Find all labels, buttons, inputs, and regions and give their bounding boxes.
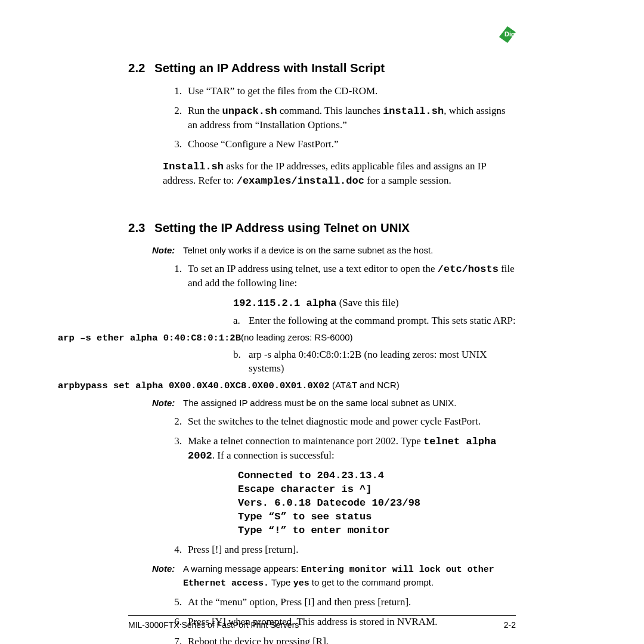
arp-command-2: arpbypass set alpha 0X00.0X40.0XC8.0X00.… — [58, 379, 559, 392]
note: Note: A warning message appears: Enterin… — [152, 563, 516, 590]
list-item: 4. Press [!] and press [return]. — [171, 543, 516, 557]
list-item: 2. Set the switches to the telnet diagno… — [171, 415, 516, 429]
brand-logo: Digi — [494, 26, 516, 43]
sub-list-item: a. Enter the following at the command pr… — [233, 314, 516, 328]
page-footer: MIL-3000FTX Series of FastPort Print Ser… — [128, 615, 516, 631]
note: Note: Telnet only works if a device is o… — [152, 244, 516, 256]
section-heading-22: 2.2 Setting an IP Address with Install S… — [128, 60, 516, 76]
svg-text:Digi: Digi — [504, 30, 516, 38]
paragraph: Install.sh asks for the IP addresses, ed… — [163, 160, 516, 188]
note-body: Telnet only works if a device is on the … — [183, 244, 516, 256]
list-item: 5. At the “menu” option, Press [I] and t… — [171, 596, 516, 609]
list-item: 3. Make a telnet connection to maintenan… — [171, 435, 516, 463]
footer-title: MIL-3000FTX Series of FastPort Print Ser… — [128, 620, 299, 631]
list-item: 3. Choose “Configure a New FastPort.” — [171, 138, 516, 151]
section-title: Setting the IP Address using Telnet on U… — [154, 219, 410, 236]
list-item: 1. To set an IP address using telnet, us… — [171, 262, 516, 290]
note-body: A warning message appears: Entering moni… — [183, 563, 516, 590]
sub-list-item: b. arp -s alpha 0:40:C8:0:1:2B (no leadi… — [233, 348, 516, 376]
arp-command-1: arp –s ether alpha 0:40:C8:0:1:2B(no lea… — [58, 332, 559, 345]
note-label: Note: — [152, 563, 177, 590]
section-number: 2.2 — [128, 60, 146, 76]
list-item: 1. Use “TAR” to get the files from the C… — [171, 85, 516, 98]
section-number: 2.3 — [128, 219, 146, 236]
list-item: 2. Run the unpack.sh command. This launc… — [171, 104, 516, 132]
telnet-output: Connected to 204.23.13.4 Escape characte… — [238, 469, 516, 538]
page-number: 2-2 — [504, 620, 516, 631]
note-body: The assigned IP address must be on the s… — [183, 397, 516, 409]
section-title: Setting an IP Address with Install Scrip… — [154, 60, 385, 76]
note-label: Note: — [152, 244, 177, 256]
note-label: Note: — [152, 397, 177, 409]
code-line: 192.115.2.1 alpha (Save this file) — [233, 296, 516, 311]
section-heading-23: 2.3 Setting the IP Address using Telnet … — [128, 219, 516, 236]
note: Note: The assigned IP address must be on… — [152, 397, 516, 409]
list-item: 7. Reboot the device by pressing [R]. — [171, 635, 516, 644]
